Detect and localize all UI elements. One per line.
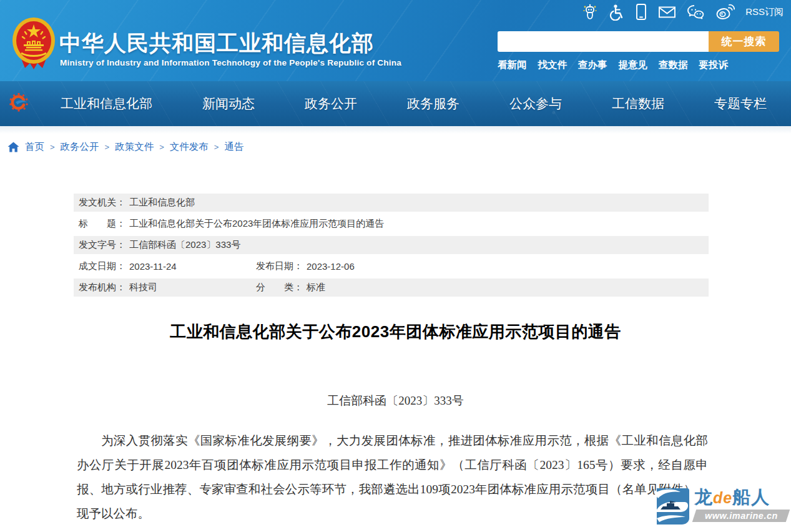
watermark-url: www.imarine.cn [705,511,778,521]
ship-logo-icon [653,487,690,527]
nav-item-special-topics[interactable]: 专题专栏 [714,95,767,112]
meta-value: 标准 [307,282,325,293]
site-subtitle: Ministry of Industry and Information Tec… [60,58,401,67]
meta-value: 工业和信息化部关于公布2023年团体标准应用示范项目的通告 [129,218,384,230]
unified-search-button[interactable]: 统一搜索 [709,31,779,52]
watermark-name-part: 龙 [694,487,713,507]
nav-item-gov-disclosure[interactable]: 政务公开 [305,95,357,112]
quick-link-services[interactable]: 查办事 [578,59,607,72]
weibo-icon[interactable] [715,4,735,20]
nav-item-miit[interactable]: 工业和信息化部 [61,95,152,112]
breadcrumb: 首页 > 政务公开 > 政策文件 > 文件发布 > 通告 [7,140,243,154]
meta-label: 分 类： [256,282,303,293]
breadcrumb-gov-disclosure[interactable]: 政务公开 [61,140,99,154]
national-emblem-logo [11,17,56,73]
quick-link-suggestions[interactable]: 提意见 [619,59,648,72]
nav-item-miit-data[interactable]: 工信数据 [612,95,664,112]
article-title: 工业和信息化部关于公布2023年团体标准应用示范项目的通告 [0,321,791,343]
quick-link-complaints[interactable]: 要投诉 [699,59,729,72]
meta-value: 2023-11-24 [129,261,177,272]
meta-value: 科技司 [129,282,157,293]
article-doc-number: 工信部科函〔2023〕333号 [0,393,791,409]
nav-item-public-participation[interactable]: 公众参与 [509,95,562,112]
topbar-icon-row: RSS订阅 [582,2,784,21]
meta-row-dates: 成文日期： 2023-11-24 发布日期： 2023-12-06 [74,257,709,275]
article-paragraph: 为深入贯彻落实《国家标准化发展纲要》，大力发展团体标准，推进团体标准应用示范，根… [77,428,708,526]
quick-links-row: 看新闻 找文件 查办事 提意见 查数据 要投诉 [498,59,728,72]
meta-label: 标 题： [79,218,125,230]
site-header: RSS订阅 中华人民共和国工业和信息化部 Ministry of Industr… [0,0,791,81]
site-title: 中华人民共和国工业和信息化部 [59,29,374,58]
breadcrumb-document-release[interactable]: 文件发布 [170,140,209,154]
meta-row-agency-category: 发布机构： 科技司 分 类： 标准 [74,278,709,297]
watermark-name-part: de [713,489,732,506]
meta-row-title: 标 题： 工业和信息化部关于公布2023年团体标准应用示范项目的通告 [74,215,709,233]
robot-icon[interactable] [582,4,598,20]
nav-item-gov-services[interactable]: 政务服务 [407,95,459,112]
miit-swirl-logo-icon [7,92,30,117]
wechat-icon[interactable] [687,4,705,19]
mobile-phone-icon[interactable] [635,3,647,21]
quick-link-news[interactable]: 看新闻 [498,59,527,72]
mail-icon[interactable] [658,6,676,19]
nav-item-news[interactable]: 新闻动态 [202,95,255,112]
breadcrumb-home[interactable]: 首页 [25,140,44,154]
breadcrumb-separator: > [214,142,219,152]
quick-link-data[interactable]: 查数据 [659,59,688,72]
breadcrumb-separator: > [159,142,164,152]
meta-value: 2023-12-06 [307,261,355,272]
document-meta-table: 发文机关： 工业和信息化部 标 题： 工业和信息化部关于公布2023年团体标准应… [74,194,709,300]
rss-subscribe-link[interactable]: RSS订阅 [745,6,784,18]
meta-label: 发文机关： [79,197,125,209]
quick-link-documents[interactable]: 找文件 [538,59,567,72]
meta-label: 发布日期： [256,260,303,272]
meta-value: 工业和信息化部 [129,197,195,209]
breadcrumb-policy-documents[interactable]: 政策文件 [115,140,154,154]
unified-search-input[interactable] [498,31,709,52]
accessibility-icon[interactable] [609,4,624,21]
breadcrumb-separator: > [50,142,55,152]
imarine-watermark: 龙de船人 www.imarine.cn [653,487,788,530]
meta-value: 工信部科函〔2023〕333号 [129,239,240,251]
breadcrumb-current-notice: 通告 [224,140,243,154]
meta-row-issuing-authority: 发文机关： 工业和信息化部 [74,194,709,212]
meta-label: 发布机构： [79,282,125,293]
watermark-name: 龙de船人 [694,487,788,508]
watermark-text: 龙de船人 www.imarine.cn [694,487,788,522]
main-nav-items: 工业和信息化部 新闻动态 政务公开 政务服务 公众参与 工信数据 专题专栏 [61,81,767,126]
home-icon[interactable] [7,142,19,152]
meta-row-document-number: 发文字号： 工信部科函〔2023〕333号 [74,236,709,254]
watermark-url-banner: www.imarine.cn [692,510,790,522]
article-body: 为深入贯彻落实《国家标准化发展纲要》，大力发展团体标准，推进团体标准应用示范，根… [77,428,708,532]
meta-label: 发文字号： [79,239,125,251]
watermark-name-part: 船人 [732,487,770,507]
meta-label: 成文日期： [79,260,125,272]
breadcrumb-separator: > [105,142,110,152]
content-top-strip [0,126,791,134]
